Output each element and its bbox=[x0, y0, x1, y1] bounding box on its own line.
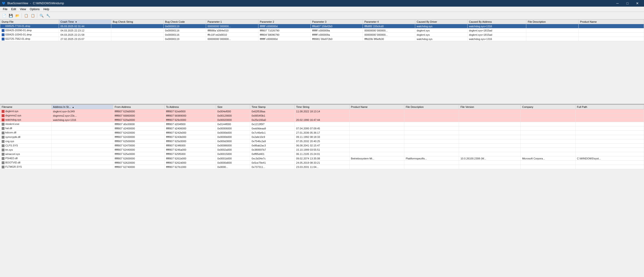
table-cell: 0x0001b000 bbox=[216, 156, 250, 161]
col-file-desc-2[interactable]: File Description bbox=[404, 105, 459, 109]
table-cell: 0xeb9deaa9 bbox=[250, 126, 295, 131]
dump-icon bbox=[2, 25, 4, 28]
col-company[interactable]: Company bbox=[520, 105, 575, 109]
title-bar-controls: ─ □ ✕ bbox=[613, 1, 642, 6]
toolbar-settings-button[interactable]: 🔧 bbox=[45, 12, 51, 19]
table-cell bbox=[575, 131, 644, 135]
table-row[interactable]: ntoskrnl.exefffff807`d0c00000fffff807`d2… bbox=[0, 122, 644, 126]
table-row[interactable]: watchdog.syswatchdog.sys+1316fffff807`62… bbox=[0, 118, 644, 122]
table-cell: 10.0.26100.2308 (W... bbox=[459, 156, 520, 161]
toolbar-new-button[interactable]: 📄 bbox=[1, 12, 7, 19]
table-row[interactable]: tm.sysfffff807`62440000fffff807`6246a000… bbox=[0, 148, 644, 152]
col-product-name-2[interactable]: Product Name bbox=[349, 105, 404, 109]
col-size[interactable]: Size bbox=[216, 105, 250, 109]
table-cell bbox=[526, 37, 579, 41]
table-cell bbox=[459, 143, 520, 148]
col-caused-by-driver[interactable]: Caused By Driver bbox=[415, 20, 468, 24]
title-separator: - bbox=[30, 2, 31, 5]
table-cell: PSHED.dll bbox=[0, 156, 52, 161]
table-cell bbox=[404, 118, 459, 122]
table-row[interactable]: 022725-7562-01.dmp27.02.2025 23:15:070x0… bbox=[0, 37, 644, 41]
col-caused-by-address[interactable]: Caused By Address bbox=[467, 20, 526, 24]
table-cell: 15.10.1999 03:55:51 bbox=[295, 148, 349, 152]
menu-options[interactable]: Options bbox=[28, 7, 42, 11]
table-cell: 27.01.2036 05:36:17 bbox=[295, 131, 349, 135]
table-cell bbox=[526, 24, 579, 28]
col-to-addr[interactable]: To Address bbox=[164, 105, 216, 109]
menu-help[interactable]: Help bbox=[42, 7, 51, 11]
table-cell: 0x00015000 bbox=[216, 152, 250, 156]
table-row[interactable]: cng.sysfffff807`62500000fffff807`625d300… bbox=[0, 139, 644, 143]
table-row[interactable]: 030425-20390-01.dmp04.03.2025 22:23:120x… bbox=[0, 28, 644, 33]
col-dump-file[interactable]: Dump File bbox=[0, 20, 59, 24]
col-file-ver[interactable]: File Version bbox=[459, 105, 520, 109]
col-addr-in-stack[interactable]: Address In St... ▲ bbox=[52, 105, 113, 109]
table-row[interactable]: CLFS.SYSfffff807`62470000fffff807`624f60… bbox=[0, 143, 644, 148]
table-cell: fffff807`62ebf000 bbox=[164, 109, 216, 114]
menu-edit[interactable]: Edit bbox=[9, 7, 18, 11]
table-cell: ffffffff`c000009a bbox=[310, 33, 363, 37]
maximize-button[interactable]: □ bbox=[623, 1, 632, 6]
table-cell bbox=[52, 122, 113, 126]
table-cell: fff8981`00e872b0 bbox=[310, 37, 363, 41]
table-cell: ffffd20b`8f6efb30 bbox=[363, 37, 415, 41]
toolbar-search-button[interactable]: 🔍 bbox=[38, 12, 44, 19]
menu-view[interactable]: View bbox=[18, 7, 28, 11]
col-full-path[interactable]: Full Path bbox=[575, 105, 644, 109]
toolbar-copy-button[interactable]: 📋 bbox=[23, 12, 29, 19]
table-cell bbox=[52, 148, 113, 152]
table-cell: 0x62f538aa bbox=[250, 109, 295, 114]
table-row[interactable]: kdcom.dllfffff807`62420000fffff807`6242b… bbox=[0, 131, 644, 135]
menu-file[interactable]: File bbox=[1, 7, 9, 11]
table-cell: winaccel.sys bbox=[0, 152, 52, 156]
table-cell: symcryptk.dll bbox=[0, 135, 52, 139]
table-cell: watchdog.sys bbox=[415, 24, 468, 28]
col-bug-check-code[interactable]: Bug Check Code bbox=[164, 20, 206, 24]
col-param2[interactable]: Parameter 2 bbox=[258, 20, 310, 24]
minimize-button[interactable]: ─ bbox=[613, 1, 622, 6]
col-timestamp[interactable]: Time Stamp bbox=[250, 105, 295, 109]
col-file-desc[interactable]: File Description bbox=[526, 20, 579, 24]
table-row[interactable]: symcryptk.dllfffff807`62430000fffff807`6… bbox=[0, 135, 644, 139]
table-row[interactable]: FLTMGR.SYSfffff807`62740000fffff807`627b… bbox=[0, 165, 644, 169]
col-crash-time[interactable]: Crash Time ▼ bbox=[59, 20, 111, 24]
col-param3[interactable]: Parameter 3 bbox=[310, 20, 363, 24]
table-cell bbox=[520, 109, 575, 114]
bottom-table: Filename Address In St... ▲ From Address… bbox=[0, 105, 644, 169]
toolbar-open-button[interactable]: 📂 bbox=[14, 12, 20, 19]
table-row[interactable]: PSHED.dllfffff807`62600000fffff807`6261b… bbox=[0, 156, 644, 161]
table-cell: fffff807`66989000 bbox=[164, 114, 216, 118]
table-cell: fffff807`6243b000 bbox=[164, 135, 216, 139]
table-row[interactable]: dxgkrnl.sysdxgkrnl.sys+3c349fffff807`629… bbox=[0, 109, 644, 114]
table-row[interactable]: winaccel.sysfffff807`625e0000fffff807`62… bbox=[0, 152, 644, 156]
table-cell bbox=[526, 33, 579, 37]
col-product-name[interactable]: Product Name bbox=[579, 20, 644, 24]
table-cell: dxgmms2.sys+23c... bbox=[52, 114, 113, 118]
dump-icon bbox=[2, 38, 4, 40]
table-cell: ntoskrnl.exe bbox=[0, 122, 52, 126]
table-row[interactable]: BOOTVID.dllfffff807`62620000fffff807`626… bbox=[0, 161, 644, 165]
col-bug-check-string[interactable]: Bug Check String bbox=[111, 20, 164, 24]
table-row[interactable]: hal.dllfffff807`d2400000fffff807`d240600… bbox=[0, 126, 644, 131]
table-row[interactable]: 030525-7718-01.dmp05.03.2025 02:31:440x0… bbox=[0, 24, 644, 28]
table-row[interactable]: dxgmms2.sysdxgmms2.sys+23c...fffff807`66… bbox=[0, 114, 644, 118]
col-filename[interactable]: Filename bbox=[0, 105, 52, 109]
top-table-wrapper[interactable]: Dump File Crash Time ▼ Bug Check String … bbox=[0, 19, 644, 104]
title-bar: 💙 BlueScreenView - C:\WINDOWS\Minidump ─… bbox=[0, 0, 644, 7]
col-from-addr[interactable]: From Address bbox=[113, 105, 164, 109]
toolbar-save-button[interactable]: 💾 bbox=[8, 12, 14, 19]
dump-icon bbox=[2, 29, 4, 32]
table-cell: 06.11.2105 15:24:01 bbox=[295, 152, 349, 156]
toolbar-paste-button[interactable]: 📋 bbox=[30, 12, 36, 19]
bottom-table-wrapper[interactable]: Filename Address In St... ▲ From Address… bbox=[0, 105, 644, 277]
col-param1[interactable]: Parameter 1 bbox=[206, 20, 258, 24]
table-row[interactable]: 030425-10343-01.dmp04.03.2025 22:21:580x… bbox=[0, 33, 644, 37]
table-cell: fffff807`6242b000 bbox=[164, 131, 216, 135]
table-cell: 09.02.2074 13:35:08 bbox=[295, 156, 349, 161]
col-time-string[interactable]: Time String bbox=[295, 105, 349, 109]
col-param4[interactable]: Parameter 4 bbox=[363, 20, 415, 24]
table-cell: 0x00129000 bbox=[216, 114, 250, 118]
table-cell: 07.05.2032 20:40:25 bbox=[295, 139, 349, 143]
close-button[interactable]: ✕ bbox=[633, 1, 642, 6]
table-cell: 24.05.2019 08:33:21 bbox=[295, 161, 349, 165]
